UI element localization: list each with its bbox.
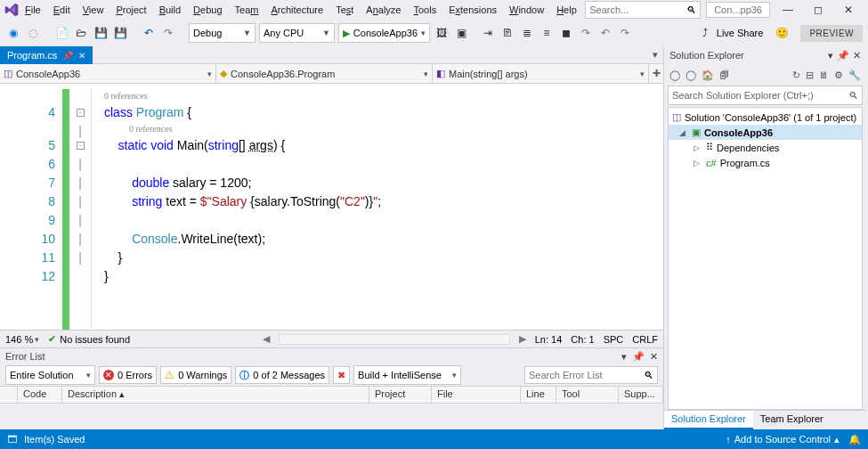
project-node[interactable]: ◢ ▣ ConsoleApp36 xyxy=(669,125,862,140)
error-scope-combo[interactable]: Entire Solution▾ xyxy=(5,365,95,385)
new-project-icon[interactable]: 📄 xyxy=(53,25,69,41)
issues-status[interactable]: ✔No issues found xyxy=(48,333,130,345)
se-wrench-icon[interactable]: 🔧 xyxy=(848,69,861,81)
menu-help[interactable]: Help xyxy=(551,3,582,17)
redo-icon[interactable]: ↷ xyxy=(160,25,176,41)
se-sync-icon[interactable]: 🗐 xyxy=(719,69,729,80)
expand-icon[interactable]: ◢ xyxy=(679,128,688,137)
menu-view[interactable]: View xyxy=(77,3,110,17)
window-minimize-button[interactable]: — xyxy=(775,4,800,16)
tool-icon-6[interactable]: ≡ xyxy=(539,25,555,41)
nav-back-icon[interactable]: ◉ xyxy=(5,25,21,41)
file-node-program[interactable]: ▷ c# Program.cs xyxy=(669,155,862,170)
code-text[interactable]: 0 referencesclass Program { 0 references… xyxy=(92,84,663,330)
col-line[interactable]: Line xyxy=(521,387,556,403)
errorlist-close-icon[interactable]: ✕ xyxy=(650,351,658,363)
error-search-input[interactable] xyxy=(529,370,618,380)
config-combo[interactable]: Debug▼ xyxy=(189,23,256,43)
col-file[interactable]: File xyxy=(432,387,521,403)
menu-team[interactable]: Team xyxy=(230,3,264,17)
se-properties-icon[interactable]: ⚙ xyxy=(834,69,843,81)
se-home-icon[interactable]: 🏠 xyxy=(702,69,714,81)
menu-extensions[interactable]: Extensions xyxy=(443,3,502,17)
menu-analyze[interactable]: Analyze xyxy=(361,3,406,17)
col-tool[interactable]: Tool xyxy=(556,387,619,403)
window-close-button[interactable]: ✕ xyxy=(836,4,861,16)
pin-icon[interactable]: 📌 xyxy=(62,51,73,61)
se-fwd-icon[interactable]: ◯ xyxy=(685,69,696,81)
menu-debug[interactable]: Debug xyxy=(188,3,227,17)
collapse-icon[interactable]: - xyxy=(77,109,85,117)
expand-icon[interactable]: ▷ xyxy=(694,159,702,167)
platform-combo[interactable]: Any CPU▼ xyxy=(259,23,335,43)
tabs-overflow-icon[interactable]: ▾ xyxy=(647,46,663,64)
tool-icon-4[interactable]: 🖹 xyxy=(499,25,515,41)
titlebar-search[interactable]: 🔍︎ xyxy=(585,1,701,19)
col-description[interactable]: Description ▴ xyxy=(62,387,369,403)
zoom-combo[interactable]: 146 %▾ xyxy=(5,334,39,345)
horizontal-scrollbar[interactable] xyxy=(279,334,510,345)
warnings-filter[interactable]: ⚠0 Warnings xyxy=(160,366,231,384)
step-icon-3[interactable]: ↷ xyxy=(617,25,633,41)
errors-filter[interactable]: ✕0 Errors xyxy=(99,366,157,384)
nav-forward-icon[interactable]: ◌ xyxy=(25,25,41,41)
titlebar-search-input[interactable] xyxy=(589,4,678,15)
menu-window[interactable]: Window xyxy=(504,3,549,17)
se-dropdown-icon[interactable]: ▾ xyxy=(828,50,833,61)
messages-filter[interactable]: ⓘ0 of 2 Messages xyxy=(235,366,329,384)
nav-project-combo[interactable]: ◫ ConsoleApp36 ▾ xyxy=(0,64,216,83)
se-refresh-icon[interactable]: ↻ xyxy=(792,69,800,81)
tool-icon-5[interactable]: ≣ xyxy=(519,25,535,41)
undo-icon[interactable]: ↶ xyxy=(141,25,157,41)
run-button[interactable]: ▶ ConsoleApp36 ▾ xyxy=(338,23,430,43)
intellisense-filter[interactable]: ✖ xyxy=(333,366,350,384)
menu-tools[interactable]: Tools xyxy=(409,3,442,17)
tool-icon-3[interactable]: ⇥ xyxy=(480,25,496,41)
tab-solution-explorer[interactable]: Solution Explorer xyxy=(664,411,753,429)
step-icon-2[interactable]: ↶ xyxy=(597,25,613,41)
menu-file[interactable]: File xyxy=(20,3,46,17)
col-icon[interactable] xyxy=(0,387,18,403)
menu-architecture[interactable]: Architecture xyxy=(265,3,329,17)
save-all-icon[interactable]: 💾 xyxy=(112,25,128,41)
build-intellisense-combo[interactable]: Build + IntelliSense▾ xyxy=(353,365,461,385)
col-project[interactable]: Project xyxy=(369,387,432,403)
liveshare-label[interactable]: Live Share xyxy=(717,28,764,38)
step-icon-1[interactable]: ↷ xyxy=(578,25,594,41)
menu-build[interactable]: Build xyxy=(154,3,186,17)
open-icon[interactable]: 🗁 xyxy=(73,25,89,41)
error-search[interactable]: 🔍︎ xyxy=(524,366,658,384)
errorlist-pin-icon[interactable]: 📌 xyxy=(632,351,645,363)
nav-class-combo[interactable]: ◆ ConsoleApp36.Program ▾ xyxy=(216,64,433,83)
dependencies-node[interactable]: ▷ ⠿ Dependencies xyxy=(669,140,862,155)
errorlist-dropdown-icon[interactable]: ▾ xyxy=(621,351,627,363)
se-search[interactable]: Search Solution Explorer (Ctrl+;) 🔍︎ xyxy=(668,86,863,105)
col-code[interactable]: Code xyxy=(18,387,62,403)
save-icon[interactable]: 💾 xyxy=(93,25,109,41)
tab-team-explorer[interactable]: Team Explorer xyxy=(753,411,831,429)
tool-icon-2[interactable]: ▣ xyxy=(453,25,469,41)
se-collapse-icon[interactable]: ⊟ xyxy=(806,69,814,81)
liveshare-icon[interactable]: ⤴ xyxy=(697,25,713,41)
solution-node[interactable]: ◫ Solution 'ConsoleApp36' (1 of 1 projec… xyxy=(669,110,862,125)
col-suppression[interactable]: Supp... xyxy=(619,387,663,403)
document-tab-program[interactable]: Program.cs 📌 ✕ xyxy=(0,46,93,64)
collapse-icon[interactable]: - xyxy=(77,142,85,150)
se-close-icon[interactable]: ✕ xyxy=(853,50,861,61)
add-source-control-button[interactable]: ↑Add to Source Control ▴ xyxy=(726,434,840,445)
se-back-icon[interactable]: ◯ xyxy=(669,69,680,81)
tool-icon-1[interactable]: 🖼 xyxy=(434,25,450,41)
nav-member-combo[interactable]: ◧ Main(string[] args) ▾ xyxy=(433,64,649,83)
split-icon[interactable]: ✚ xyxy=(649,68,663,79)
code-editor[interactable]: 4 5 6 7 8 9 10 11 12 - | - |||||| 0 refe… xyxy=(0,84,663,330)
se-pin-icon[interactable]: 📌 xyxy=(837,50,849,61)
window-restore-button[interactable]: ◻ xyxy=(806,4,831,16)
expand-icon[interactable]: ▷ xyxy=(694,143,702,152)
menu-project[interactable]: Project xyxy=(110,3,151,17)
outline-margin[interactable]: - | - |||||| xyxy=(69,84,91,330)
bookmark-icon[interactable]: ◼ xyxy=(558,25,574,41)
notifications-icon[interactable]: 🔔 xyxy=(848,434,861,445)
menu-edit[interactable]: Edit xyxy=(48,3,76,17)
solution-tree[interactable]: ◫ Solution 'ConsoleApp36' (1 of 1 projec… xyxy=(668,107,863,410)
se-showall-icon[interactable]: 🗎 xyxy=(819,69,829,80)
